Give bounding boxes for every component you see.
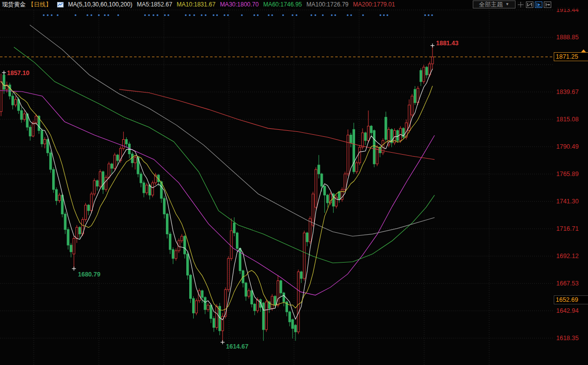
auto-play-icon[interactable]	[535, 1, 542, 8]
candle	[262, 303, 264, 330]
candle	[44, 139, 46, 144]
crosshair-move-icon[interactable]	[517, 1, 524, 8]
candle	[312, 194, 314, 225]
candle	[300, 272, 302, 278]
candle	[259, 300, 261, 308]
candle	[108, 164, 110, 178]
candle	[105, 177, 107, 189]
event-dot	[292, 14, 293, 16]
candle	[230, 231, 232, 259]
candle	[356, 163, 358, 172]
candle	[0, 82, 2, 111]
candle	[14, 99, 16, 105]
candle	[344, 174, 346, 189]
ma-lines-layer	[0, 25, 435, 320]
candle	[321, 174, 323, 186]
candle	[224, 289, 226, 316]
MA30-line	[0, 91, 435, 295]
candle	[125, 139, 127, 144]
candle	[90, 194, 92, 211]
price-line-layer	[0, 49, 586, 57]
event-dot	[213, 14, 214, 16]
event-dot	[86, 14, 88, 16]
event-dot	[98, 14, 99, 16]
candle	[111, 164, 113, 169]
candle	[134, 157, 136, 163]
candle	[169, 234, 171, 250]
ma-settings-label[interactable]: MA(5,10,30,60,100,200)	[68, 1, 132, 8]
candle	[140, 174, 142, 183]
candlestick-chart[interactable]: 1857.101881.431680.791614.671913.441888.…	[0, 0, 588, 365]
candle	[146, 185, 148, 193]
ma30-value: MA30:1800.70	[220, 1, 259, 8]
event-dot	[189, 14, 190, 16]
event-dot	[104, 14, 105, 16]
event-dot	[144, 14, 146, 16]
axis-label: 1815.08	[556, 116, 579, 123]
candle	[23, 114, 25, 119]
event-dot	[331, 14, 332, 16]
candle	[3, 75, 5, 90]
event-dot	[362, 14, 364, 16]
candle	[73, 239, 75, 254]
candle	[271, 296, 273, 309]
candle	[414, 90, 416, 103]
candle	[50, 153, 52, 170]
MA60-line	[14, 47, 435, 263]
ma5-value: MA5:1852.67	[137, 1, 172, 8]
pan-right-icon[interactable]	[544, 1, 551, 8]
indicator-chart-icon[interactable]	[57, 2, 64, 7]
event-dot	[310, 14, 312, 16]
candle	[78, 227, 80, 234]
candle	[368, 126, 369, 141]
candle	[64, 214, 66, 229]
candle	[294, 325, 296, 332]
event-dot	[57, 14, 58, 16]
themes-dropdown[interactable]: 全部主题 ▼	[473, 0, 515, 8]
candle	[172, 250, 174, 259]
period-label[interactable]: 【日线】	[28, 0, 52, 9]
candle	[213, 319, 215, 328]
scale-range-icon[interactable]	[526, 1, 533, 8]
candle	[192, 298, 194, 313]
axis-label: 1642.94	[556, 307, 579, 314]
event-dot	[90, 14, 92, 16]
candle	[216, 306, 218, 327]
event-dot	[216, 14, 218, 16]
axis-label: 1741.30	[556, 198, 579, 205]
event-dot	[271, 14, 273, 16]
event-dot	[152, 14, 154, 16]
candle	[396, 131, 398, 141]
candle	[151, 183, 153, 195]
event-dot	[47, 14, 48, 16]
symbol-name: 现货黄金	[2, 0, 26, 9]
candle	[184, 236, 186, 254]
event-dot	[257, 14, 258, 16]
chevron-down-icon: ▼	[506, 2, 510, 6]
event-dot	[383, 14, 384, 16]
candle	[70, 245, 72, 252]
candle	[58, 195, 60, 200]
candle	[67, 230, 69, 245]
event-dot	[167, 14, 169, 16]
event-dot	[295, 14, 297, 16]
themes-dropdown-label: 全部主题	[479, 0, 503, 9]
axis-label: 1667.53	[556, 280, 579, 287]
candle	[210, 305, 212, 319]
candle	[318, 165, 320, 174]
event-dot	[227, 14, 228, 16]
candle	[432, 57, 434, 64]
event-dot	[268, 14, 269, 16]
candles-layer	[0, 46, 434, 343]
candle	[423, 67, 425, 82]
candle	[385, 117, 387, 140]
candle	[96, 181, 98, 186]
grid-layer	[0, 10, 553, 365]
candle	[233, 223, 235, 233]
candle	[187, 254, 189, 275]
event-dot	[156, 14, 158, 16]
candle	[326, 195, 328, 203]
event-dot	[314, 14, 316, 16]
candle	[87, 205, 89, 210]
axis-label: 1692.12	[556, 253, 579, 260]
